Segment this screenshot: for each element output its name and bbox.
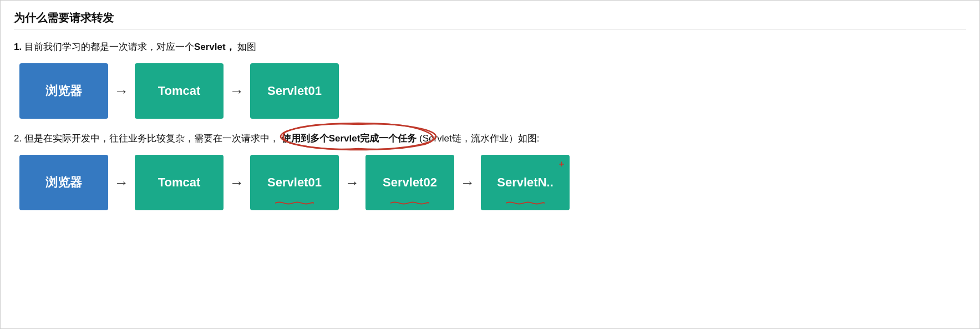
tomcat-box-2: Tomcat bbox=[135, 155, 224, 210]
arrow-3: → bbox=[108, 174, 135, 191]
squiggle-3 bbox=[506, 201, 545, 205]
section2: 2. 但是在实际开发中，往往业务比较复杂，需要在一次请求中， 使用到多个Serv… bbox=[14, 131, 966, 210]
browser-box-2: 浏览器 bbox=[19, 155, 108, 210]
section1-bold: Servlet， bbox=[194, 42, 235, 52]
section2-bold-annotated: 使用到多个Servlet完成一个任务 bbox=[282, 133, 417, 144]
section1-label: 1. 目前我们学习的都是一次请求，对应一个Servlet， 如图 bbox=[14, 39, 966, 54]
squiggle-1 bbox=[275, 201, 314, 205]
arrow-6: → bbox=[454, 174, 481, 191]
squiggle-2 bbox=[390, 201, 429, 205]
section1-suffix: 如图 bbox=[235, 42, 257, 52]
section1-flow: 浏览器 → Tomcat → Servlet01 bbox=[19, 63, 966, 119]
servlet01-box-1: Servlet01 bbox=[250, 63, 339, 119]
plus-sign: + bbox=[559, 159, 564, 169]
section2-text: 但是在实际开发中，往往业务比较复杂，需要在一次请求中， bbox=[24, 133, 279, 144]
arrow-4: → bbox=[224, 174, 250, 191]
section1-num: 1. bbox=[14, 42, 22, 52]
annotated-text-wrapper: 使用到多个Servlet完成一个任务 bbox=[282, 131, 417, 146]
section1: 1. 目前我们学习的都是一次请求，对应一个Servlet， 如图 浏览器 → T… bbox=[14, 39, 966, 119]
arrow-2: → bbox=[224, 83, 250, 100]
page-container: 为什么需要请求转发 1. 目前我们学习的都是一次请求，对应一个Servlet， … bbox=[1, 1, 979, 236]
servletn-box: ServletN.. + bbox=[481, 155, 570, 210]
arrow-5: → bbox=[339, 174, 365, 191]
servlet01-box-2: Servlet01 bbox=[250, 155, 339, 210]
page-title: 为什么需要请求转发 bbox=[14, 11, 966, 29]
section2-label: 2. 但是在实际开发中，往往业务比较复杂，需要在一次请求中， 使用到多个Serv… bbox=[14, 131, 966, 146]
browser-box-1: 浏览器 bbox=[19, 63, 108, 119]
section2-num: 2. bbox=[14, 133, 22, 144]
section1-text: 目前我们学习的都是一次请求，对应一个 bbox=[24, 42, 194, 52]
tomcat-box-1: Tomcat bbox=[135, 63, 224, 119]
section2-flow: 浏览器 → Tomcat → Servlet01 → Servlet02 → bbox=[19, 155, 966, 210]
servlet02-box: Servlet02 bbox=[365, 155, 454, 210]
section2-rest: (Servlet链，流水作业）如图: bbox=[419, 133, 539, 144]
arrow-1: → bbox=[108, 83, 135, 100]
